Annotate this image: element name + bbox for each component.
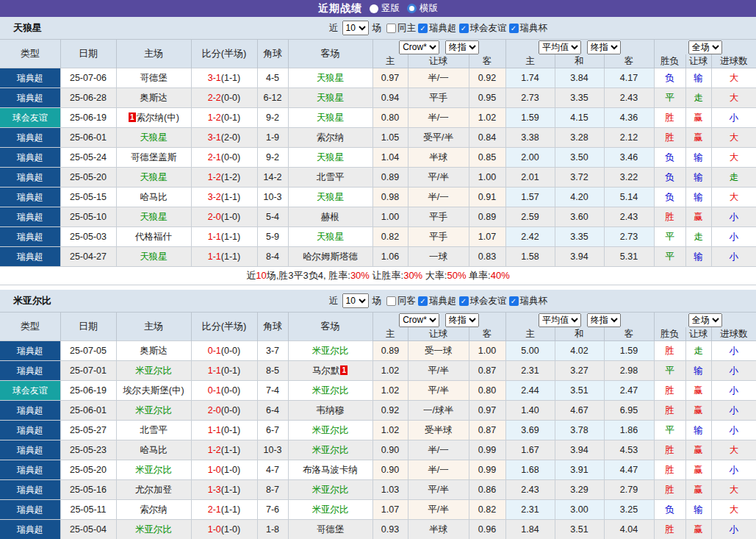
avg-away-odds-cell: 4.53 — [604, 440, 654, 460]
away-team-cell: 马尔默1 — [288, 361, 372, 381]
goals-result-cell: 小 — [711, 227, 756, 247]
bookmaker-select-group: Crow* 终指 — [372, 313, 505, 328]
score-fulltime: 1-0 — [208, 524, 221, 535]
checkbox-unchecked-icon[interactable] — [386, 296, 396, 306]
date-cell: 25-06-19 — [60, 381, 116, 401]
near-label: 近 — [329, 22, 339, 35]
home-team-name: 米亚尔比 — [135, 365, 172, 376]
odds-stage-select[interactable]: 终指 — [445, 313, 479, 327]
score-halftime: (1-1) — [221, 192, 240, 202]
home-odds-cell: 0.89 — [372, 341, 408, 361]
corner-cell: 8-4 — [257, 247, 288, 267]
home-odds-cell: 0.90 — [372, 440, 408, 460]
score-cell: 1-1(1-1) — [191, 227, 257, 247]
goals-result-cell: 小 — [711, 247, 756, 267]
checkbox-checked-icon[interactable] — [509, 24, 519, 33]
handicap-line-cell: 一球 — [408, 247, 469, 267]
filter-league-super[interactable]: 瑞典超 — [418, 22, 457, 35]
checkbox-checked-icon[interactable] — [459, 296, 469, 306]
same-venue-filter[interactable]: 同主 — [386, 22, 416, 35]
same-venue-filter[interactable]: 同客 — [386, 295, 416, 307]
away-odds-cell: 0.96 — [469, 520, 505, 539]
subcol-goals: 进球数 — [711, 327, 756, 341]
away-team-cell: 天狼星 — [288, 68, 372, 88]
away-team-cell: 韦纳穆 — [288, 401, 372, 421]
odds-stage-select[interactable]: 终指 — [445, 40, 479, 54]
filter-league-friendly[interactable]: 球会友谊 — [459, 22, 507, 35]
date-cell: 25-07-05 — [60, 341, 116, 361]
goals-result-cell: 小 — [711, 361, 756, 381]
away-odds-cell: 0.95 — [469, 88, 505, 108]
handicap-result-cell: 走 — [685, 88, 711, 108]
score-cell: 1-2(0-1) — [191, 108, 257, 128]
result-cell: 胜 — [654, 401, 685, 421]
handicap-result-cell: 输 — [685, 361, 711, 381]
league-cell: 瑞典超 — [0, 421, 60, 440]
corner-cell: 9-2 — [257, 148, 288, 168]
home-odds-cell: 0.92 — [372, 401, 408, 421]
avg-draw-odds-cell: 3.28 — [555, 128, 604, 148]
date-cell: 25-05-15 — [60, 188, 116, 207]
away-team-name: 索尔纳 — [317, 132, 345, 143]
handicap-line-cell: 半/一 — [408, 188, 469, 207]
avg-draw-odds-cell: 3.94 — [555, 440, 604, 460]
score-fulltime: 0-1 — [208, 346, 221, 356]
corner-cell: 4-7 — [257, 460, 288, 480]
checkbox-checked-icon[interactable] — [509, 296, 519, 306]
average-select[interactable]: 平均值 — [539, 313, 581, 327]
avg-home-odds-cell: 2.43 — [505, 480, 555, 500]
filter-league-super[interactable]: 瑞典超 — [418, 295, 457, 307]
avg-away-odds-cell: 2.43 — [604, 88, 654, 108]
away-team-name: 韦纳穆 — [317, 405, 345, 415]
avg-away-odds-cell: 5.14 — [604, 188, 654, 207]
home-team-name: 天狼星 — [140, 251, 168, 262]
match-row: 瑞典超25-05-24哥德堡盖斯2-1(0-0)9-2天狼星1.04半球0.85… — [0, 148, 756, 168]
home-team-cell: 奥斯达 — [116, 341, 191, 361]
checkbox-checked-icon[interactable] — [459, 24, 469, 33]
home-team-name: 米亚尔比 — [135, 524, 172, 535]
filter-league-cup[interactable]: 瑞典杯 — [509, 22, 548, 35]
bookmaker-select[interactable]: Crow* — [399, 40, 439, 54]
subcol-away-odds: 客 — [469, 54, 505, 68]
result-cell: 胜 — [654, 520, 685, 539]
checkbox-unchecked-icon[interactable] — [386, 24, 396, 33]
match-row: 瑞典超25-05-23哈马比1-2(1-1)10-3米亚尔比0.90半/一0.9… — [0, 440, 756, 460]
near-label: 近 — [329, 295, 339, 307]
avg-home-odds-cell: 1.59 — [505, 108, 555, 128]
fulltime-select[interactable]: 全场 — [688, 40, 722, 54]
layout-option-vertical[interactable]: 竖版 — [370, 2, 400, 15]
match-count-select[interactable]: 10 — [342, 21, 369, 35]
results-table: 类型 日期 主场 比分(半场) 角球 客场 Crow* 终指 平均值 终指 — [0, 312, 756, 539]
corner-cell: 14-2 — [257, 168, 288, 188]
result-cell: 负 — [654, 168, 685, 188]
away-odds-cell: 0.99 — [469, 440, 505, 460]
fulltime-select[interactable]: 全场 — [688, 313, 722, 327]
handicap-line-cell: 一/球半 — [408, 401, 469, 421]
radio-unselected-icon[interactable] — [370, 4, 378, 13]
fulltime-select-group: 全场 — [654, 40, 756, 55]
layout-option-horizontal[interactable]: 横版 — [407, 2, 438, 15]
checkbox-checked-icon[interactable] — [418, 296, 428, 306]
average-select[interactable]: 平均值 — [539, 40, 581, 54]
score-fulltime: 1-2 — [208, 113, 221, 123]
avg-stage-select[interactable]: 终指 — [587, 313, 621, 327]
goals-result-cell: 大 — [711, 480, 756, 500]
avg-stage-select[interactable]: 终指 — [587, 40, 621, 54]
league-cell: 瑞典超 — [0, 480, 60, 500]
handicap-result-cell: 赢 — [685, 401, 711, 421]
match-count-select[interactable]: 10 — [342, 293, 369, 308]
filter-league-cup[interactable]: 瑞典杯 — [509, 295, 548, 307]
bookmaker-select[interactable]: Crow* — [399, 313, 439, 327]
summary-text: 30% — [403, 270, 422, 281]
result-cell: 胜 — [654, 480, 685, 500]
filter-league-friendly[interactable]: 球会友谊 — [459, 295, 507, 307]
radio-selected-icon[interactable] — [407, 4, 417, 13]
home-odds-cell: 0.80 — [372, 108, 408, 128]
match-row: 瑞典超25-05-11索尔纳2-1(1-1)7-6米亚尔比1.07平/半0.82… — [0, 500, 756, 520]
summary-text: 近 — [246, 270, 256, 281]
away-team-name: 米亚尔比 — [312, 346, 349, 356]
score-halftime: (0-0) — [221, 346, 240, 356]
checkbox-checked-icon[interactable] — [418, 24, 428, 33]
home-odds-cell: 1.04 — [372, 148, 408, 168]
handicap-result-cell: 赢 — [685, 440, 711, 460]
